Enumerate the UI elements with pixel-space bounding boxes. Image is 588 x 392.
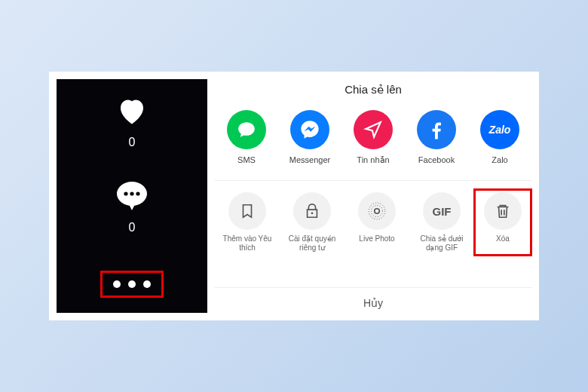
action-label: Thêm vào Yêu thích [218, 234, 277, 253]
zalo-icon: Zalo [480, 110, 519, 149]
share-tinnhan[interactable]: Tin nhắn [345, 110, 402, 165]
dot-icon [128, 280, 136, 288]
actions-row: Thêm vào Yêu thích Cài đặt quyền riêng t… [215, 180, 531, 253]
svg-point-1 [124, 191, 127, 195]
action-gif[interactable]: GIF Chia sẻ dưới dạng GIF [412, 192, 471, 253]
share-label: SMS [237, 155, 256, 165]
share-sms[interactable]: SMS [219, 110, 275, 165]
svg-point-5 [375, 209, 380, 214]
action-livephoto[interactable]: Live Photo [348, 192, 406, 253]
bookmark-icon [228, 192, 266, 230]
dot-icon [113, 280, 121, 288]
action-delete[interactable]: Xóa [473, 188, 532, 256]
trash-icon [484, 192, 522, 230]
svg-point-2 [130, 191, 133, 195]
messenger-icon [290, 110, 329, 149]
facebook-icon [417, 110, 456, 149]
video-sidebar: 0 0 [57, 79, 207, 313]
action-privacy[interactable]: Cài đặt quyền riêng tư [283, 192, 341, 253]
livephoto-icon [358, 192, 396, 230]
comment-bubble-icon [114, 177, 150, 213]
lock-icon [293, 192, 331, 230]
like-count: 0 [113, 136, 151, 149]
share-facebook[interactable]: Facebook [409, 110, 465, 165]
action-label: Live Photo [359, 234, 394, 243]
share-label: Facebook [418, 155, 455, 165]
action-label: Cài đặt quyền riêng tư [283, 234, 341, 253]
svg-point-3 [136, 191, 139, 195]
comment-count: 0 [114, 221, 150, 234]
share-messenger[interactable]: Messenger [282, 110, 338, 165]
send-icon [354, 110, 393, 149]
screenshot-card: 0 0 Chia sẻ lên SMS [49, 72, 539, 320]
share-label: Messenger [289, 155, 330, 165]
comment-section[interactable]: 0 [114, 177, 150, 234]
share-title: Chia sẻ lên [215, 83, 531, 96]
action-label: Xóa [496, 234, 510, 243]
sms-icon [227, 110, 266, 149]
svg-point-6 [371, 206, 382, 217]
gif-icon: GIF [423, 192, 461, 230]
share-label: Zalo [492, 155, 507, 165]
action-label: Chia sẻ dưới dạng GIF [412, 234, 471, 253]
like-section[interactable]: 0 [113, 94, 151, 149]
action-favorite[interactable]: Thêm vào Yêu thích [218, 192, 277, 253]
more-options-button[interactable] [100, 271, 164, 298]
share-sheet: Chia sẻ lên SMS Messenger Tin nhắn [207, 72, 539, 320]
share-zalo[interactable]: Zalo Zalo [472, 110, 528, 165]
cancel-button[interactable]: Hủy [215, 287, 531, 313]
share-apps-row: SMS Messenger Tin nhắn Facebook [215, 110, 531, 165]
heart-icon [113, 94, 151, 128]
share-label: Tin nhắn [357, 155, 389, 165]
svg-point-4 [311, 213, 314, 215]
dot-icon [143, 280, 151, 288]
